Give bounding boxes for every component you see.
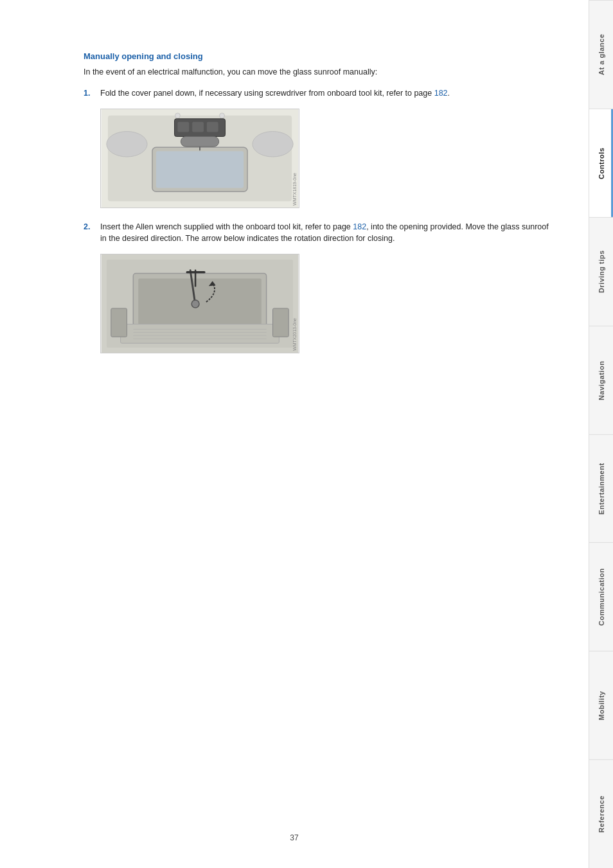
svg-rect-10: [181, 136, 218, 146]
svg-point-12: [175, 112, 181, 118]
tab-controls[interactable]: Controls: [589, 109, 613, 217]
step-1: 1. Fold the cover panel down, if necessa…: [84, 87, 550, 100]
page-container: Manually opening and closing In the even…: [0, 0, 613, 868]
image-2-content: [101, 254, 299, 353]
image-2: WMTX2013-0ne: [100, 254, 299, 353]
section-heading: Manually opening and closing: [84, 51, 550, 61]
svg-rect-25: [273, 308, 289, 337]
image-2-watermark: WMTX2013-0ne: [292, 318, 297, 351]
svg-rect-5: [177, 121, 189, 132]
svg-rect-3: [156, 151, 244, 188]
page-number: 37: [290, 833, 298, 842]
svg-point-22: [191, 300, 199, 308]
main-content: Manually opening and closing In the even…: [0, 0, 589, 868]
step-2-text: Insert the Allen wrench supplied with th…: [100, 221, 550, 245]
image-1: WMTX1819-0ne: [100, 109, 299, 208]
step-2: 2. Insert the Allen wrench supplied with…: [84, 221, 550, 245]
svg-rect-24: [111, 308, 127, 337]
sidebar-tabs: At a glance Controls Driving tips Naviga…: [589, 0, 613, 868]
step-1-link[interactable]: 182: [434, 89, 448, 98]
svg-point-8: [107, 131, 147, 156]
tab-entertainment[interactable]: Entertainment: [589, 434, 613, 543]
image-1-watermark: WMTX1819-0ne: [292, 173, 297, 206]
svg-rect-6: [192, 121, 204, 132]
intro-text: In the event of an electrical malfunctio…: [84, 66, 550, 78]
step-1-text: Fold the cover panel down, if necessary …: [100, 87, 450, 100]
svg-point-9: [253, 131, 293, 156]
step-2-number: 2.: [84, 221, 100, 245]
svg-rect-17: [138, 279, 261, 329]
svg-rect-18: [121, 324, 280, 344]
step-1-number: 1.: [84, 87, 100, 100]
image-1-content: [101, 109, 299, 208]
svg-rect-7: [207, 121, 218, 132]
tab-driving-tips[interactable]: Driving tips: [589, 217, 613, 326]
tab-mobility[interactable]: Mobility: [589, 651, 613, 759]
tab-reference[interactable]: Reference: [589, 759, 613, 868]
tab-at-a-glance[interactable]: At a glance: [589, 0, 613, 109]
tab-communication[interactable]: Communication: [589, 542, 613, 651]
step-2-link[interactable]: 182: [353, 222, 366, 231]
svg-point-13: [220, 112, 225, 118]
tab-navigation[interactable]: Navigation: [589, 326, 613, 434]
